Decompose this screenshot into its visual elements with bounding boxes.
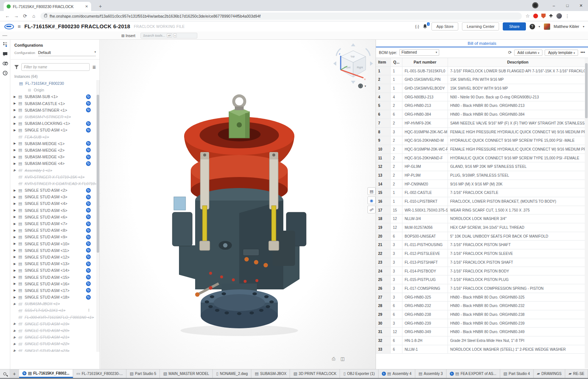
bom-row[interactable]: 2 1 GHD-15KSWIVELPIN 15K SWIVEL PIN WITH… bbox=[376, 75, 588, 84]
tree-item[interactable]: ▶ ▤ SUBASM-STINGER <1> ↻ ⁞ bbox=[11, 107, 100, 113]
browser-tab[interactable]: FL-71615K#_F800230 FRACLOCK ✕ bbox=[4, 2, 91, 11]
expand-arrow-icon[interactable]: ▶ bbox=[14, 169, 18, 172]
tree-item[interactable]: ▶ ▤ Origin ↻ ⁞ bbox=[11, 87, 100, 93]
bom-row[interactable]: 15 1 FL-002-CASTLE 7-1/16" FRACLOCK CAST… bbox=[376, 188, 588, 197]
configured-icon[interactable]: ↻ bbox=[86, 188, 91, 193]
tree-item[interactable]: ▶ ▤ FL-000-KVR-71615KFLO_F0001N0 <1> ↻ ⁞ bbox=[11, 314, 100, 321]
tree-item[interactable]: ▶ ▤ SINGLE STUD ASM <19> ↻ ⁞ bbox=[11, 321, 100, 327]
bom-row[interactable]: 6 6 ORG-HN80-384 HN80 - Black HNBR 80 Du… bbox=[376, 110, 588, 119]
configured-icon[interactable]: ↻ bbox=[86, 94, 91, 99]
expand-arrow-icon[interactable]: ▶ bbox=[14, 195, 18, 199]
configured-icon[interactable]: ↻ bbox=[86, 121, 91, 126]
bom-row[interactable]: 1 1 FL-001-SUB-71615KFL0 7-1/16" FRACLOC… bbox=[376, 67, 588, 76]
document-tab[interactable]: ↻ ▧ Part Studio 5 bbox=[126, 369, 160, 378]
expand-arrow-icon[interactable]: ▶ bbox=[14, 302, 18, 306]
view-options-caret-icon[interactable]: ▾ bbox=[365, 84, 366, 88]
user-avatar[interactable] bbox=[544, 24, 550, 30]
configured-icon[interactable]: ↻ bbox=[86, 201, 91, 206]
bom-row[interactable]: 8 3 HQC-916MPM-20K-NC-M FEMALE HIGH PRES… bbox=[376, 128, 588, 137]
tree-item[interactable]: ▶ ▤ SINGLE STUD ASM <5> ↻ ⁞ bbox=[11, 207, 100, 214]
user-menu-caret-icon[interactable]: ▾ bbox=[583, 25, 584, 28]
reload-icon[interactable]: ⟳ bbox=[21, 13, 29, 19]
expand-arrow-icon[interactable]: ▶ bbox=[14, 255, 18, 259]
expand-arrow-icon[interactable]: ▶ bbox=[14, 148, 18, 152]
apply-template-button[interactable]: Apply template ▾ bbox=[545, 50, 578, 56]
bom-row[interactable]: 11 2 HQC-9/16-20KHAND-F HYDRAULIC QUICK … bbox=[376, 154, 588, 163]
configured-icon[interactable]: ↻ bbox=[86, 221, 91, 226]
comments-panel-icon[interactable] bbox=[0, 49, 10, 59]
forward-icon[interactable]: → bbox=[12, 13, 21, 19]
expand-arrow-icon[interactable]: ▶ bbox=[14, 282, 18, 285]
document-tab[interactable]: ↻ ▧ MAIN_MASTER MODEL bbox=[160, 369, 213, 378]
expand-arrow-icon[interactable]: ▶ bbox=[14, 129, 18, 132]
document-tab[interactable]: ↻ ▯ OBJ Exporter (1) bbox=[340, 369, 378, 378]
document-tab[interactable]: ↻ ▤ Assembly 4 bbox=[379, 369, 415, 378]
bom-row[interactable]: 17 15 WR-1.500X1.750X0.375-SC WEAR RING … bbox=[376, 206, 588, 215]
configured-icon[interactable]: ↻ bbox=[86, 101, 91, 106]
tree-scrollbar[interactable] bbox=[96, 80, 100, 352]
bom-row[interactable]: 14 2 HP-CN9NM20 9/16 MP (M) X 9/16 MP (M… bbox=[376, 180, 588, 189]
lock-view-icon[interactable]: ◫ bbox=[341, 356, 345, 361]
configured-icon[interactable]: ↻ bbox=[86, 108, 91, 112]
bom-row[interactable]: 7 2 HP-HVMF9-20K SAMI NEEDLE VALVE 9/16"… bbox=[376, 119, 588, 128]
tree-item[interactable]: ▶ ▤ SUBASM-SUB <1> ↻ ⁞ bbox=[11, 93, 100, 100]
expand-arrow-icon[interactable]: ▶ bbox=[14, 249, 18, 252]
expand-arrow-icon[interactable]: ▶ bbox=[14, 202, 18, 205]
configured-icon[interactable]: ↻ bbox=[86, 214, 91, 219]
api-brackets-icon[interactable]: {-} bbox=[415, 24, 419, 29]
configured-icon[interactable]: ↻ bbox=[86, 235, 91, 239]
tree-item[interactable]: ▶ ▤ SINGLE STUD ASM <1> ↻ ⁞ bbox=[11, 127, 100, 133]
bom-row[interactable]: 10 2 HQC-9/16MPM-20K-WC-F FEMALE HIGH PR… bbox=[376, 145, 588, 154]
configuration-select[interactable]: Default bbox=[38, 50, 96, 56]
document-tab[interactable]: ↻ ▤ FL-71615K#_F8002... bbox=[19, 369, 73, 378]
tree-item[interactable]: ▶ ▤ KVR-STINGER X FL0710-15K <1> ↻ ⁞ bbox=[11, 174, 100, 180]
extension-opera-icon[interactable] bbox=[533, 14, 538, 18]
view-cube[interactable]: Top Front Right z x bbox=[331, 43, 375, 89]
configured-icon[interactable]: ↻ bbox=[86, 261, 91, 266]
insert-button[interactable]: ⊞ Insert bbox=[119, 33, 137, 38]
tree-item[interactable]: ▶ ▤ SINGLE STUD ASM <8> ↻ ⁞ bbox=[11, 227, 100, 234]
configured-icon[interactable]: ↻ bbox=[86, 155, 91, 159]
bom-row[interactable]: 16 1 FL-010-LPISTBRKT FRACLOCK, LOWER PI… bbox=[376, 197, 588, 206]
document-tab[interactable]: ↻ ▧ Part Studio 4 bbox=[500, 369, 534, 378]
configured-icon[interactable]: ↻ bbox=[86, 288, 91, 293]
bookmark-star-icon[interactable]: ☆ bbox=[526, 13, 530, 19]
bom-row[interactable]: 25 3 FL-015-PISTPLUG 7-1/16" FRACLOCK PI… bbox=[376, 275, 588, 284]
configured-icon[interactable]: ↻ bbox=[86, 128, 91, 133]
configured-icon[interactable]: ↻ bbox=[86, 255, 91, 259]
tree-item[interactable]: ▶ ▤ SINGLE STUD ASM <22> ↻ ⁞ bbox=[11, 340, 100, 347]
document-tab[interactable]: ↻ ▭ FL-71615K#_F800230-... bbox=[73, 369, 126, 378]
expand-arrow-icon[interactable]: ▶ bbox=[14, 336, 18, 339]
expand-arrow-icon[interactable]: ▶ bbox=[14, 296, 18, 299]
bom-row[interactable]: 3 1 GHD-15KSWIVELBODY 15K SWIVEL BODY WI… bbox=[376, 84, 588, 93]
versions-panel-icon[interactable] bbox=[0, 68, 10, 78]
appearance-flyout-icon[interactable]: ◉ bbox=[368, 196, 376, 204]
list-view-icon[interactable]: ≣ bbox=[92, 65, 96, 70]
expand-arrow-icon[interactable]: ▶ bbox=[14, 222, 18, 225]
expand-arrow-icon[interactable]: ▶ bbox=[14, 229, 18, 232]
bom-row[interactable]: 9 2 HQC-9/16-20KHAND-M HYDRAULIC QUICK C… bbox=[376, 136, 588, 145]
address-input[interactable]: fhe.onshape.com/documents/f13a601c0cc957… bbox=[40, 12, 522, 20]
toolbar-icon[interactable] bbox=[2, 35, 7, 36]
tree-item[interactable]: ▶ ▤ SUBASM-JBOX <1> ↻ ⁞ bbox=[11, 300, 100, 307]
bom-row[interactable]: 27 3 ORG-HN80-325 HN80 - Black HNBR 80 D… bbox=[376, 293, 588, 302]
bom-row[interactable]: 13 2 HP-PL9M PLUG, 9/16MP, STAINLESS STE… bbox=[376, 171, 588, 180]
bom-flyout-icon[interactable]: ▤ bbox=[368, 187, 376, 195]
expand-arrow-icon[interactable]: ▶ bbox=[14, 342, 18, 346]
expand-arrow-icon[interactable]: ▶ bbox=[14, 349, 18, 352]
expand-arrow-icon[interactable]: ▶ bbox=[14, 329, 18, 332]
tree-scroll-thumb[interactable] bbox=[97, 95, 99, 253]
bom-row[interactable]: 22 3 FL-012-PISTSLEEVE 7-1/16" FRACLOCK … bbox=[376, 249, 588, 258]
bom-title[interactable]: Bill of materials bbox=[376, 40, 588, 47]
document-tab[interactable]: ↻ ▤ SUBASM-JBOX bbox=[251, 369, 290, 378]
tree-item[interactable]: ▶ ▤ SINGLE STUD ASM <23> ↻ ⁞ bbox=[11, 347, 100, 352]
configured-icon[interactable]: ↻ bbox=[86, 281, 91, 286]
configured-icon[interactable]: ↻ bbox=[86, 295, 91, 300]
help-caret-icon[interactable]: ▾ bbox=[539, 25, 540, 28]
export-icon[interactable]: ⎙ bbox=[332, 356, 336, 361]
bom-scroll-thumb[interactable] bbox=[585, 63, 588, 118]
tree-item[interactable]: ▶ ▤ SINGLE STUD ASM <21> ↻ ⁞ bbox=[11, 334, 100, 340]
configured-icon[interactable]: ↻ bbox=[86, 195, 91, 199]
document-tab[interactable]: ↻ ▰ DRAWINGS bbox=[534, 369, 565, 378]
expand-arrow-icon[interactable]: ▶ bbox=[14, 262, 18, 266]
